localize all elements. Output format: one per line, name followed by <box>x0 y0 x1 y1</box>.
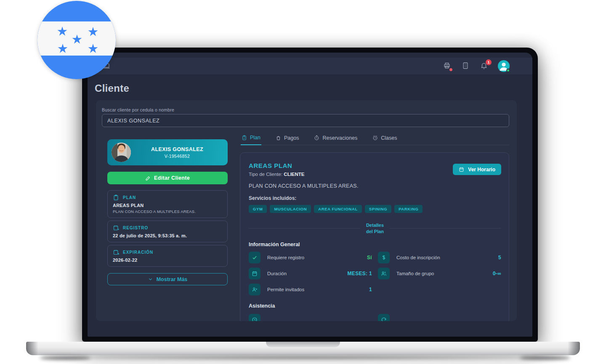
laptop-foot-shadow <box>520 356 570 360</box>
row-label: Costo de inscripción <box>396 255 492 260</box>
print-status-dot <box>449 68 452 71</box>
row-tamano-grupo: Tamaño de grupo 0-∞ <box>378 268 501 279</box>
clock-icon <box>252 317 258 321</box>
details-divider: Detalles del Plan <box>249 222 501 235</box>
view-schedule-button[interactable]: Ver Horario <box>453 164 501 175</box>
chevron-down-icon <box>148 276 153 282</box>
bell-icon[interactable]: 1 <box>480 62 489 70</box>
users-icon <box>381 271 387 276</box>
row-empty <box>378 284 501 295</box>
bag-icon <box>276 135 281 141</box>
tab-clases-label: Clases <box>381 135 397 141</box>
row-requiere-registro: Requiere registro Sí <box>249 252 372 263</box>
details-divider-line2: del Plan <box>366 228 384 235</box>
search-label: Buscar cliente por cedula o nombre <box>102 107 174 112</box>
section-attendance-title: Asistencia <box>249 303 501 309</box>
view-schedule-label: Ver Horario <box>468 167 495 173</box>
plan-description: PLAN CON ACCESO A MULTIPLES AREAS. <box>249 183 501 189</box>
print-icon[interactable] <box>443 62 452 70</box>
client-type-value: CLIENTE <box>284 172 304 177</box>
registration-card-label: REGISTRO <box>123 226 148 230</box>
details-divider-line1: Detalles <box>366 222 384 228</box>
services-label: Servicios incluidos: <box>249 195 501 201</box>
client-summary-column: ALEXIS GONSALEZ V-19546852 Editar Client… <box>107 139 228 285</box>
registration-date: 22 de julio de 2025, 9:53:35 a. m. <box>113 233 222 238</box>
tab-reservaciones-label: Reservaciones <box>322 135 357 141</box>
laptop-shadow <box>38 355 568 360</box>
row-value: 0-∞ <box>493 271 501 276</box>
laptop-base <box>26 342 580 355</box>
plan-card-label: PLAN <box>123 195 136 200</box>
expiration-info-card: EXPIRACIÓN 2026-02-22 <box>107 245 228 267</box>
clock-icon <box>314 135 319 141</box>
row-duracion: Duración MESES: 1 <box>249 268 372 279</box>
notification-badge: 1 <box>486 59 492 65</box>
plan-card-subtitle: PLAN CON ACCESO A MULTIPLES AREAS. <box>113 209 222 214</box>
row-costo-inscripcion: Costo de inscripción 5 <box>378 252 501 263</box>
pencil-icon <box>145 175 151 181</box>
attendance-grid-partial <box>249 314 501 321</box>
services-chips: GYM MUSCULACION AREA FUNCIONAL SPINING P… <box>249 205 501 213</box>
service-chip: GYM <box>249 205 267 213</box>
expiration-date: 2026-02-22 <box>113 258 222 263</box>
user-avatar[interactable] <box>498 60 510 72</box>
calendar-x-icon <box>113 249 119 255</box>
tab-clases[interactable]: Clases <box>372 135 398 145</box>
plan-title: AREAS PLAN <box>249 162 305 169</box>
online-status-dot <box>506 69 510 72</box>
row-label: Duración <box>267 271 341 276</box>
row-value: Sí <box>367 255 372 260</box>
laptop-base-notch <box>266 342 340 347</box>
check-icon <box>252 255 258 260</box>
building-icon[interactable] <box>462 62 470 70</box>
app-window: 1 Cliente Buscar cliente por cedula o no… <box>88 53 532 337</box>
show-more-button[interactable]: Mostrar Más <box>107 273 228 285</box>
calendar-plus-icon <box>113 225 119 231</box>
user-plus-icon <box>252 287 258 292</box>
edit-client-button[interactable]: Editar Cliente <box>107 172 228 184</box>
clipboard-icon <box>113 194 119 201</box>
laptop-screen-bezel: 1 Cliente Buscar cliente por cedula o no… <box>82 48 538 342</box>
page-canvas: 1 Cliente Buscar cliente por cedula o no… <box>0 0 606 364</box>
row-value: 5 <box>498 255 501 260</box>
app-topbar: 1 <box>88 58 532 74</box>
alarm-clock-icon <box>372 135 378 141</box>
page-title: Cliente <box>95 82 129 94</box>
service-chip: AREA FUNCIONAL <box>314 205 362 213</box>
details-divider-label[interactable]: Detalles del Plan <box>366 222 384 235</box>
tab-pagos-label: Pagos <box>284 135 299 141</box>
attendance-row-partial <box>249 314 372 321</box>
refresh-icon <box>381 317 387 321</box>
client-type-label: Tipo de Cliente: <box>249 172 282 177</box>
calendar-icon <box>459 167 464 172</box>
attendance-row-partial <box>378 314 501 321</box>
laptop-foot-shadow <box>40 356 90 360</box>
plan-card-title: AREAS PLAN <box>113 203 222 208</box>
edit-client-label: Editar Cliente <box>154 175 190 181</box>
client-type: Tipo de Cliente: CLIENTE <box>249 172 305 177</box>
row-label: Permite invitados <box>267 287 362 292</box>
service-chip: PARKING <box>394 205 423 213</box>
row-permite-invitados: Permite invitados 1 <box>249 284 372 295</box>
search-input[interactable] <box>102 114 509 127</box>
client-name: ALEXIS GONSALEZ <box>131 146 223 152</box>
client-id: V-19546852 <box>131 154 223 159</box>
tab-pagos[interactable]: Pagos <box>275 135 300 145</box>
plan-info-card: PLAN AREAS PLAN PLAN CON ACCESO A MULTIP… <box>107 190 228 218</box>
tab-plan[interactable]: Plan <box>241 135 261 145</box>
row-label: Tamaño de grupo <box>396 271 486 276</box>
expiration-card-label: EXPIRACIÓN <box>123 250 153 255</box>
dollar-icon <box>381 255 387 260</box>
plan-detail-card: AREAS PLAN Tipo de Cliente: CLIENTE Ver … <box>240 152 509 321</box>
tab-plan-label: Plan <box>250 135 260 141</box>
section-general-title: Información General <box>249 242 501 247</box>
client-banner: ALEXIS GONSALEZ V-19546852 <box>107 139 228 165</box>
registration-info-card: REGISTRO 22 de julio de 2025, 9:53:35 a.… <box>107 221 228 242</box>
tab-reservaciones[interactable]: Reservaciones <box>313 135 358 145</box>
calendar-icon <box>252 271 258 276</box>
client-banner-text: ALEXIS GONSALEZ V-19546852 <box>131 146 223 159</box>
service-chip: MUSCULACION <box>270 205 311 213</box>
client-panel: Buscar cliente por cedula o nombre <box>96 100 517 321</box>
service-chip: SPINING <box>365 205 391 213</box>
row-label: Requiere registro <box>267 255 360 260</box>
